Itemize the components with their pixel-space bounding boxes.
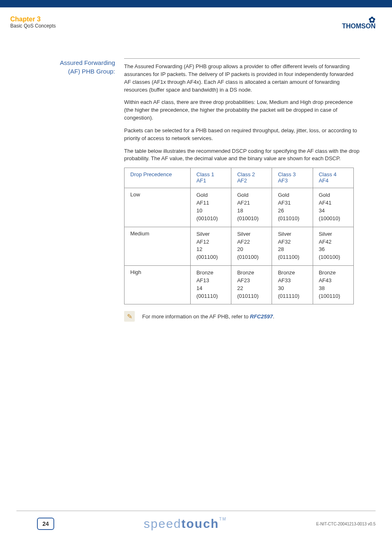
paragraph: The table below illustrates the recommen… [124, 147, 360, 163]
publisher-logo: ✿ THOMSON [342, 16, 376, 30]
note-text: For more information on the AF PHB, refe… [142, 313, 274, 320]
page-number: 24 [37, 518, 54, 530]
col-class1: Class 1AF1 [190, 168, 231, 188]
cell: Silver AF32 28 (011100) [272, 227, 313, 265]
cell: Gold AF21 18 (010010) [231, 188, 272, 227]
cell: Bronze AF33 30 (011110) [272, 266, 313, 304]
col-class3: Class 3AF3 [272, 168, 313, 188]
table-row: High Bronze AF13 14 (001110) Bronze AF23… [125, 266, 354, 304]
table-row: Medium Silver AF12 12 (001100) Silver AF… [125, 227, 354, 265]
note-pencil-icon: ✎ [124, 311, 135, 322]
row-label: Medium [125, 227, 191, 265]
chapter-subtitle: Basic QoS Concepts [10, 23, 56, 29]
dscp-table: Drop Precedence Class 1AF1 Class 2AF2 Cl… [124, 168, 354, 304]
cell: Gold AF41 34 (100010) [313, 188, 353, 227]
col-drop-precedence: Drop Precedence [125, 168, 191, 188]
table-header-row: Drop Precedence Class 1AF1 Class 2AF2 Cl… [125, 168, 354, 188]
paragraph: Within each AF class, there are three dr… [124, 99, 360, 122]
table-row: Low Gold AF11 10 (001010) Gold AF21 18 (… [125, 188, 354, 227]
page-footer: 24 speedtouchTM E-NIT-CTC-20041213-0013 … [0, 511, 392, 547]
paragraph: Packets can be selected for a PHB based … [124, 127, 360, 143]
row-label: Low [125, 188, 191, 227]
section-side-label: Assured Forwarding (AF) PHB Group: [16, 58, 124, 76]
rfc-link[interactable]: RFC2597 [250, 313, 273, 320]
col-class4: Class 4AF4 [313, 168, 353, 188]
cell: Bronze AF43 38 (100110) [313, 266, 353, 304]
cell: Silver AF12 12 (001100) [190, 227, 231, 265]
cell: Silver AF22 20 (010100) [231, 227, 272, 265]
top-accent-bar [0, 0, 392, 7]
row-label: High [125, 266, 191, 304]
product-brand: speedtouchTM [144, 517, 227, 531]
section-rule [124, 58, 360, 59]
cell: Bronze AF13 14 (001110) [190, 266, 231, 304]
col-class2: Class 2AF2 [231, 168, 272, 188]
document-id: E-NIT-CTC-20041213-0013 v0.5 [316, 522, 376, 526]
body-column: The Assured Forwarding (AF) PHB group al… [124, 58, 360, 322]
paragraph: The Assured Forwarding (AF) PHB group al… [124, 63, 360, 94]
cell: Gold AF11 10 (001010) [190, 188, 231, 227]
cell: Bronze AF23 22 (010110) [231, 266, 272, 304]
publisher-name: THOMSON [342, 23, 376, 30]
page-header: Chapter 3 Basic QoS Concepts ✿ THOMSON [0, 7, 392, 34]
chapter-title: Chapter 3 [10, 16, 56, 23]
cell: Silver AF42 36 (100100) [313, 227, 353, 265]
info-note: ✎ For more information on the AF PHB, re… [124, 311, 360, 322]
cell: Gold AF31 26 (011010) [272, 188, 313, 227]
